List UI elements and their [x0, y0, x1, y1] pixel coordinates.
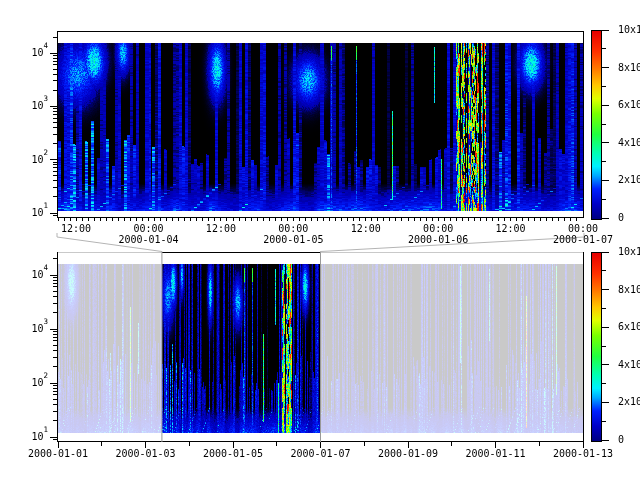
tick-mark — [53, 334, 57, 335]
tick-mark — [275, 218, 276, 221]
tick-mark — [401, 218, 402, 221]
tick-mark — [602, 252, 609, 253]
tick-mark — [329, 218, 330, 221]
x-axis-date-label: 2000-01-05 — [197, 449, 269, 460]
tick-mark — [233, 218, 234, 221]
x-axis-date-label: 2000-01-04 — [113, 235, 185, 246]
tick-mark — [50, 275, 57, 276]
wash-overlay-right — [321, 252, 583, 442]
tick-mark — [53, 90, 57, 91]
tick-mark — [269, 218, 270, 221]
tick-mark — [371, 218, 372, 221]
colorbar-tick-label: 8x107 — [618, 63, 640, 74]
tick-mark — [299, 218, 300, 221]
tick-mark — [53, 385, 57, 386]
tick-mark — [263, 218, 264, 221]
tick-mark — [53, 69, 57, 70]
x-axis-date-label: 2000-01-06 — [402, 235, 474, 246]
tick-mark — [516, 218, 517, 221]
tick-mark — [504, 218, 505, 221]
tick-mark — [178, 218, 179, 221]
colorbar-tick-label: 4x107 — [618, 360, 640, 371]
tick-mark — [602, 218, 609, 219]
colorbar-tick-label: 10x107 — [618, 247, 640, 258]
y-axis-tick-label: 104 — [16, 48, 48, 59]
tick-mark — [546, 218, 547, 221]
tick-mark — [50, 437, 57, 438]
tick-mark — [53, 391, 57, 392]
tick-mark — [53, 118, 57, 119]
tick-mark — [130, 218, 131, 221]
y-axis-tick-label: 102 — [16, 378, 48, 389]
colorbar-tick-label: 2x107 — [618, 175, 640, 186]
tick-mark — [136, 218, 137, 221]
tick-mark — [53, 283, 57, 284]
tick-mark — [389, 218, 390, 221]
tick-mark — [432, 218, 433, 221]
tick-mark — [53, 134, 57, 135]
tick-mark — [53, 277, 57, 278]
tick-mark — [335, 218, 336, 221]
tick-mark — [53, 187, 57, 188]
tick-mark — [602, 161, 606, 162]
tick-mark — [53, 143, 57, 144]
tick-mark — [540, 218, 541, 221]
tick-mark — [558, 218, 559, 221]
tick-mark — [142, 218, 143, 221]
x-axis-date-label: 2000-01-01 — [22, 449, 94, 460]
colorbar-tick-label: 0 — [618, 435, 640, 446]
tick-mark — [602, 270, 606, 271]
tick-mark — [50, 383, 57, 384]
tick-mark — [451, 442, 452, 446]
tick-mark — [50, 329, 57, 330]
tick-mark — [377, 218, 378, 221]
tick-mark — [576, 218, 577, 221]
tick-mark — [602, 124, 606, 125]
colorbar-tick-label: 8x107 — [618, 285, 640, 296]
tick-mark — [602, 105, 609, 106]
tick-mark — [196, 218, 197, 221]
tick-mark — [53, 180, 57, 181]
tick-mark — [189, 442, 190, 446]
tick-mark — [602, 364, 609, 365]
y-axis-tick-label: 103 — [16, 101, 48, 112]
tick-mark — [53, 111, 57, 112]
tick-mark — [287, 218, 288, 221]
x-axis-date-label: 2000-01-09 — [372, 449, 444, 460]
tick-mark — [408, 218, 409, 221]
tick-mark — [53, 411, 57, 412]
tick-mark — [365, 218, 366, 221]
tick-mark — [118, 218, 119, 221]
tick-mark — [257, 218, 258, 221]
tick-mark — [53, 388, 57, 389]
tick-mark — [602, 142, 609, 143]
tick-mark — [214, 218, 215, 221]
tick-mark — [53, 58, 57, 59]
tick-mark — [395, 218, 396, 221]
tick-mark — [226, 218, 227, 221]
tick-mark — [602, 346, 606, 347]
zoom-selection-region[interactable] — [162, 252, 321, 442]
tick-mark — [53, 337, 57, 338]
lower-colorbar — [591, 252, 602, 442]
colorbar-tick-label: 6x107 — [618, 100, 640, 111]
tick-mark — [480, 218, 481, 221]
upper-plot-frame — [57, 31, 584, 218]
tick-mark — [53, 303, 57, 304]
tick-mark — [53, 291, 57, 292]
tick-mark — [166, 218, 167, 221]
tick-mark — [602, 402, 609, 403]
tick-mark — [462, 218, 463, 221]
tick-mark — [76, 218, 77, 221]
tick-mark — [160, 218, 161, 221]
tick-mark — [602, 308, 606, 309]
tick-mark — [94, 218, 95, 221]
tick-mark — [53, 196, 57, 197]
tick-mark — [438, 218, 439, 221]
tick-mark — [602, 67, 609, 68]
tick-mark — [420, 218, 421, 221]
tick-mark — [317, 218, 318, 221]
tick-mark — [64, 218, 65, 221]
tick-mark — [53, 108, 57, 109]
tick-mark — [353, 218, 354, 221]
